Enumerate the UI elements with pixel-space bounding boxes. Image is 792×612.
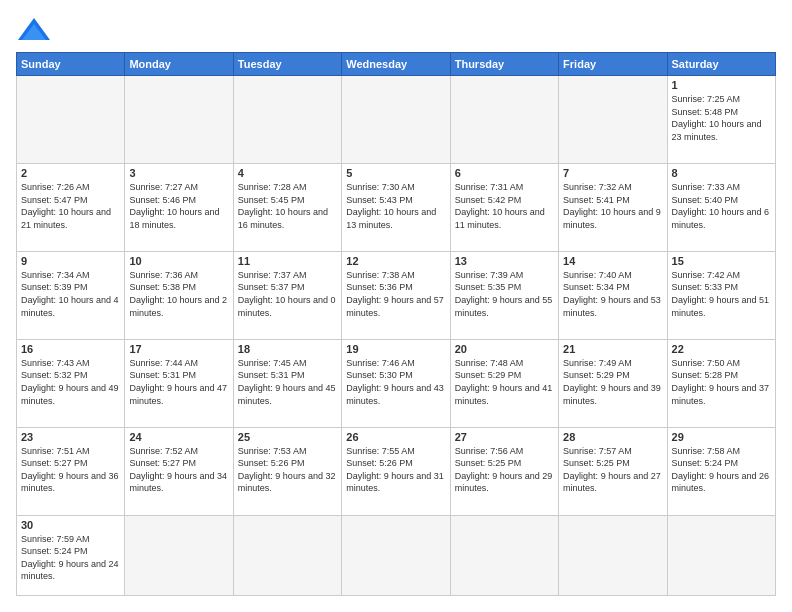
day-info: Sunrise: 7:45 AMSunset: 5:31 PMDaylight:… (238, 357, 337, 407)
header-tuesday: Tuesday (233, 53, 341, 76)
day-info: Sunrise: 7:30 AMSunset: 5:43 PMDaylight:… (346, 181, 445, 231)
page: Sunday Monday Tuesday Wednesday Thursday… (0, 0, 792, 612)
day-info: Sunrise: 7:58 AMSunset: 5:24 PMDaylight:… (672, 445, 771, 495)
calendar-row: 16Sunrise: 7:43 AMSunset: 5:32 PMDayligh… (17, 339, 776, 427)
calendar-row: 1Sunrise: 7:25 AMSunset: 5:48 PMDaylight… (17, 76, 776, 164)
header-wednesday: Wednesday (342, 53, 450, 76)
header-friday: Friday (559, 53, 667, 76)
day-info: Sunrise: 7:37 AMSunset: 5:37 PMDaylight:… (238, 269, 337, 319)
calendar-cell: 5Sunrise: 7:30 AMSunset: 5:43 PMDaylight… (342, 163, 450, 251)
calendar-cell: 21Sunrise: 7:49 AMSunset: 5:29 PMDayligh… (559, 339, 667, 427)
calendar-cell: 14Sunrise: 7:40 AMSunset: 5:34 PMDayligh… (559, 251, 667, 339)
calendar-cell: 24Sunrise: 7:52 AMSunset: 5:27 PMDayligh… (125, 427, 233, 515)
day-number: 18 (238, 343, 337, 355)
calendar-cell: 30Sunrise: 7:59 AMSunset: 5:24 PMDayligh… (17, 515, 125, 595)
day-number: 6 (455, 167, 554, 179)
header (16, 16, 776, 44)
day-number: 22 (672, 343, 771, 355)
calendar-cell (667, 515, 775, 595)
calendar-cell (559, 76, 667, 164)
calendar-cell: 19Sunrise: 7:46 AMSunset: 5:30 PMDayligh… (342, 339, 450, 427)
day-info: Sunrise: 7:49 AMSunset: 5:29 PMDaylight:… (563, 357, 662, 407)
calendar-cell: 3Sunrise: 7:27 AMSunset: 5:46 PMDaylight… (125, 163, 233, 251)
calendar-cell: 4Sunrise: 7:28 AMSunset: 5:45 PMDaylight… (233, 163, 341, 251)
day-info: Sunrise: 7:43 AMSunset: 5:32 PMDaylight:… (21, 357, 120, 407)
calendar-row: 2Sunrise: 7:26 AMSunset: 5:47 PMDaylight… (17, 163, 776, 251)
day-info: Sunrise: 7:32 AMSunset: 5:41 PMDaylight:… (563, 181, 662, 231)
day-number: 5 (346, 167, 445, 179)
day-info: Sunrise: 7:55 AMSunset: 5:26 PMDaylight:… (346, 445, 445, 495)
weekday-header-row: Sunday Monday Tuesday Wednesday Thursday… (17, 53, 776, 76)
day-info: Sunrise: 7:39 AMSunset: 5:35 PMDaylight:… (455, 269, 554, 319)
day-info: Sunrise: 7:50 AMSunset: 5:28 PMDaylight:… (672, 357, 771, 407)
day-info: Sunrise: 7:52 AMSunset: 5:27 PMDaylight:… (129, 445, 228, 495)
day-info: Sunrise: 7:56 AMSunset: 5:25 PMDaylight:… (455, 445, 554, 495)
day-info: Sunrise: 7:27 AMSunset: 5:46 PMDaylight:… (129, 181, 228, 231)
day-info: Sunrise: 7:33 AMSunset: 5:40 PMDaylight:… (672, 181, 771, 231)
calendar-cell: 18Sunrise: 7:45 AMSunset: 5:31 PMDayligh… (233, 339, 341, 427)
day-info: Sunrise: 7:48 AMSunset: 5:29 PMDaylight:… (455, 357, 554, 407)
day-number: 17 (129, 343, 228, 355)
calendar-cell: 12Sunrise: 7:38 AMSunset: 5:36 PMDayligh… (342, 251, 450, 339)
calendar-cell: 29Sunrise: 7:58 AMSunset: 5:24 PMDayligh… (667, 427, 775, 515)
day-number: 2 (21, 167, 120, 179)
calendar-table: Sunday Monday Tuesday Wednesday Thursday… (16, 52, 776, 596)
day-number: 12 (346, 255, 445, 267)
calendar-cell: 7Sunrise: 7:32 AMSunset: 5:41 PMDaylight… (559, 163, 667, 251)
day-info: Sunrise: 7:42 AMSunset: 5:33 PMDaylight:… (672, 269, 771, 319)
day-number: 8 (672, 167, 771, 179)
day-number: 28 (563, 431, 662, 443)
day-number: 24 (129, 431, 228, 443)
day-number: 3 (129, 167, 228, 179)
calendar-cell (125, 515, 233, 595)
calendar-cell: 25Sunrise: 7:53 AMSunset: 5:26 PMDayligh… (233, 427, 341, 515)
day-number: 7 (563, 167, 662, 179)
day-number: 15 (672, 255, 771, 267)
calendar-cell (125, 76, 233, 164)
day-info: Sunrise: 7:31 AMSunset: 5:42 PMDaylight:… (455, 181, 554, 231)
calendar-cell: 16Sunrise: 7:43 AMSunset: 5:32 PMDayligh… (17, 339, 125, 427)
calendar-cell (233, 515, 341, 595)
logo (16, 16, 56, 44)
day-number: 27 (455, 431, 554, 443)
day-info: Sunrise: 7:51 AMSunset: 5:27 PMDaylight:… (21, 445, 120, 495)
header-sunday: Sunday (17, 53, 125, 76)
day-number: 30 (21, 519, 120, 531)
day-info: Sunrise: 7:59 AMSunset: 5:24 PMDaylight:… (21, 533, 120, 583)
calendar-cell: 11Sunrise: 7:37 AMSunset: 5:37 PMDayligh… (233, 251, 341, 339)
calendar-cell: 20Sunrise: 7:48 AMSunset: 5:29 PMDayligh… (450, 339, 558, 427)
day-info: Sunrise: 7:25 AMSunset: 5:48 PMDaylight:… (672, 93, 771, 143)
day-info: Sunrise: 7:53 AMSunset: 5:26 PMDaylight:… (238, 445, 337, 495)
calendar-cell (342, 76, 450, 164)
day-info: Sunrise: 7:38 AMSunset: 5:36 PMDaylight:… (346, 269, 445, 319)
calendar-cell (450, 76, 558, 164)
calendar-cell: 1Sunrise: 7:25 AMSunset: 5:48 PMDaylight… (667, 76, 775, 164)
calendar-row: 9Sunrise: 7:34 AMSunset: 5:39 PMDaylight… (17, 251, 776, 339)
day-info: Sunrise: 7:57 AMSunset: 5:25 PMDaylight:… (563, 445, 662, 495)
calendar-cell: 10Sunrise: 7:36 AMSunset: 5:38 PMDayligh… (125, 251, 233, 339)
calendar-cell: 22Sunrise: 7:50 AMSunset: 5:28 PMDayligh… (667, 339, 775, 427)
day-number: 20 (455, 343, 554, 355)
day-info: Sunrise: 7:36 AMSunset: 5:38 PMDaylight:… (129, 269, 228, 319)
calendar-cell: 9Sunrise: 7:34 AMSunset: 5:39 PMDaylight… (17, 251, 125, 339)
day-number: 25 (238, 431, 337, 443)
calendar-cell: 17Sunrise: 7:44 AMSunset: 5:31 PMDayligh… (125, 339, 233, 427)
day-number: 9 (21, 255, 120, 267)
calendar-row: 30Sunrise: 7:59 AMSunset: 5:24 PMDayligh… (17, 515, 776, 595)
calendar-cell (233, 76, 341, 164)
calendar-cell (342, 515, 450, 595)
calendar-cell: 8Sunrise: 7:33 AMSunset: 5:40 PMDaylight… (667, 163, 775, 251)
day-number: 16 (21, 343, 120, 355)
day-info: Sunrise: 7:40 AMSunset: 5:34 PMDaylight:… (563, 269, 662, 319)
calendar-cell: 13Sunrise: 7:39 AMSunset: 5:35 PMDayligh… (450, 251, 558, 339)
day-number: 26 (346, 431, 445, 443)
day-info: Sunrise: 7:28 AMSunset: 5:45 PMDaylight:… (238, 181, 337, 231)
calendar-cell: 23Sunrise: 7:51 AMSunset: 5:27 PMDayligh… (17, 427, 125, 515)
day-info: Sunrise: 7:34 AMSunset: 5:39 PMDaylight:… (21, 269, 120, 319)
header-monday: Monday (125, 53, 233, 76)
day-number: 19 (346, 343, 445, 355)
day-info: Sunrise: 7:26 AMSunset: 5:47 PMDaylight:… (21, 181, 120, 231)
calendar-cell: 28Sunrise: 7:57 AMSunset: 5:25 PMDayligh… (559, 427, 667, 515)
calendar-row: 23Sunrise: 7:51 AMSunset: 5:27 PMDayligh… (17, 427, 776, 515)
day-info: Sunrise: 7:44 AMSunset: 5:31 PMDaylight:… (129, 357, 228, 407)
